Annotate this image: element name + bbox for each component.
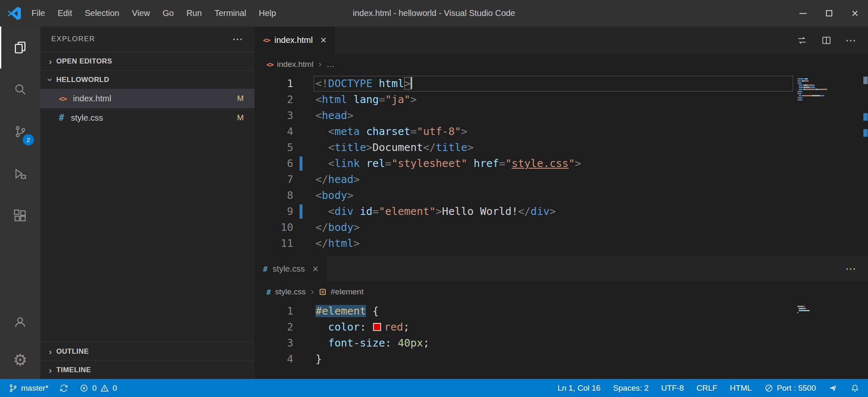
menu-terminal[interactable]: Terminal bbox=[208, 0, 253, 26]
folder-section[interactable]: HELLOWORLD bbox=[40, 70, 255, 89]
code-lines[interactable]: 1#element {2 color: red;3 font-size: 40p… bbox=[255, 302, 868, 367]
tab-label: style.css bbox=[273, 264, 305, 274]
chevron-right-icon: › bbox=[318, 59, 321, 70]
code-editor-html[interactable]: 1<!DOCTYPE html>2<html lang="ja">3<head>… bbox=[255, 75, 868, 256]
explorer-sidebar: EXPLORER ⋯ OPEN EDITORS HELLOWORLD <> in… bbox=[40, 26, 255, 379]
code-line[interactable]: 4 <meta charset="utf-8"> bbox=[255, 124, 868, 140]
file-name: style.css bbox=[71, 113, 103, 123]
minimap[interactable] bbox=[797, 306, 860, 314]
code-line[interactable]: 2<html lang="ja"> bbox=[255, 92, 868, 108]
minimize-button[interactable] bbox=[790, 0, 816, 26]
code-line[interactable]: 5 <title>Document</title> bbox=[255, 140, 868, 156]
maximize-icon bbox=[826, 10, 832, 16]
maximize-button[interactable] bbox=[816, 0, 842, 26]
tab-style-css[interactable]: # style.css × bbox=[255, 256, 327, 281]
branch-indicator[interactable]: master* bbox=[8, 384, 48, 393]
code-line[interactable]: 3 font-size: 40px; bbox=[255, 335, 868, 351]
feedback-button[interactable] bbox=[829, 384, 838, 393]
open-changes-icon[interactable] bbox=[797, 35, 808, 46]
file-item-index-html[interactable]: <> index.html M bbox=[40, 89, 255, 108]
explorer-more-actions-icon[interactable]: ⋯ bbox=[232, 33, 244, 46]
menu-edit[interactable]: Edit bbox=[51, 0, 78, 26]
gear-icon: ⚙ bbox=[13, 352, 27, 368]
code-line[interactable]: 3<head> bbox=[255, 108, 868, 124]
sync-button[interactable] bbox=[59, 384, 68, 393]
outline-section[interactable]: OUTLINE bbox=[40, 342, 255, 360]
language-mode[interactable]: HTML bbox=[730, 384, 752, 393]
activity-run-debug[interactable] bbox=[0, 153, 40, 195]
menu-go[interactable]: Go bbox=[156, 0, 180, 26]
activity-explorer[interactable] bbox=[0, 26, 40, 69]
cursor-position[interactable]: Ln 1, Col 16 bbox=[558, 384, 600, 393]
html-file-icon: <> bbox=[59, 94, 66, 103]
editor-group-css: # style.css × ⋯ # style.css › bbox=[255, 256, 868, 379]
bell-icon bbox=[850, 384, 860, 393]
code-line[interactable]: 1<!DOCTYPE html> bbox=[255, 76, 868, 92]
tab-close-icon[interactable]: × bbox=[320, 35, 326, 45]
code-line[interactable]: 11</html> bbox=[255, 236, 868, 251]
scm-badge: 2 bbox=[23, 134, 34, 146]
code-line[interactable]: 4} bbox=[255, 351, 868, 367]
search-icon bbox=[13, 83, 27, 96]
activity-accounts[interactable] bbox=[0, 303, 40, 341]
code-lines[interactable]: 1<!DOCTYPE html>2<html lang="ja">3<head>… bbox=[255, 75, 868, 251]
menu-view[interactable]: View bbox=[126, 0, 156, 26]
more-actions-icon[interactable]: ⋯ bbox=[845, 35, 856, 46]
breadcrumb: <> index.html › … bbox=[255, 54, 868, 75]
code-editor-css[interactable]: 1#element {2 color: red;3 font-size: 40p… bbox=[255, 302, 868, 379]
css-file-icon: # bbox=[266, 288, 271, 296]
menu-file[interactable]: File bbox=[25, 0, 51, 26]
code-line[interactable]: 10</body> bbox=[255, 220, 868, 236]
breadcrumb-file[interactable]: index.html bbox=[277, 60, 313, 69]
open-editors-section[interactable]: OPEN EDITORS bbox=[40, 52, 255, 70]
editor-area: <> index.html × ⋯ <> bbox=[255, 26, 868, 379]
eol-indicator[interactable]: CRLF bbox=[697, 384, 718, 393]
editor-actions: ⋯ bbox=[797, 26, 868, 54]
code-line[interactable]: 9 <div id="element">Hello World!</div> bbox=[255, 204, 868, 220]
files-icon bbox=[13, 41, 27, 54]
activity-source-control[interactable]: 2 bbox=[0, 111, 40, 153]
color-swatch bbox=[373, 323, 381, 331]
activity-settings[interactable]: ⚙ bbox=[0, 341, 40, 379]
outline-label: OUTLINE bbox=[56, 347, 89, 356]
breadcrumb-tail[interactable]: … bbox=[326, 60, 334, 69]
run-debug-icon bbox=[13, 167, 27, 180]
close-button[interactable]: × bbox=[842, 0, 868, 26]
indentation-indicator[interactable]: Spaces: 2 bbox=[613, 384, 649, 393]
code-line[interactable]: 2 color: red; bbox=[255, 319, 868, 335]
activity-search[interactable] bbox=[0, 69, 40, 111]
close-icon: × bbox=[852, 7, 858, 20]
tab-index-html[interactable]: <> index.html × bbox=[255, 26, 335, 54]
minimap[interactable] bbox=[797, 78, 860, 101]
code-line[interactable]: 7</head> bbox=[255, 172, 868, 188]
status-right: Ln 1, Col 16 Spaces: 2 UTF-8 CRLF HTML P… bbox=[558, 384, 860, 393]
code-line[interactable]: 6 <link rel="stylesheet" href="style.css… bbox=[255, 156, 868, 172]
sidebar-header: EXPLORER ⋯ bbox=[40, 26, 255, 52]
circle-slash-icon bbox=[764, 384, 773, 393]
port-label: Port : 5500 bbox=[777, 384, 816, 393]
breadcrumb-file[interactable]: style.css bbox=[275, 287, 306, 296]
code-line[interactable]: 8<body> bbox=[255, 188, 868, 204]
menu-bar: File Edit Selection View Go Run Terminal… bbox=[25, 0, 282, 26]
warning-count: 0 bbox=[113, 384, 117, 393]
problems-indicator[interactable]: 0 0 bbox=[79, 384, 117, 393]
window-title: index.html - helloworld - Visual Studio … bbox=[353, 8, 516, 18]
more-actions-icon[interactable]: ⋯ bbox=[845, 263, 856, 274]
file-item-style-css[interactable]: # style.css M bbox=[40, 108, 255, 127]
activity-extensions[interactable] bbox=[0, 195, 40, 237]
breadcrumb-symbol[interactable]: #element bbox=[331, 287, 363, 296]
overview-ruler bbox=[863, 302, 868, 379]
breadcrumb: # style.css › #element bbox=[255, 281, 868, 302]
chevron-right-icon: › bbox=[311, 286, 314, 297]
split-editor-icon[interactable] bbox=[821, 35, 832, 46]
timeline-section[interactable]: TIMELINE bbox=[40, 360, 255, 379]
code-line[interactable]: 1#element { bbox=[255, 303, 868, 319]
menu-selection[interactable]: Selection bbox=[79, 0, 126, 26]
encoding-indicator[interactable]: UTF-8 bbox=[661, 384, 684, 393]
notifications-button[interactable] bbox=[850, 384, 860, 393]
vscode-logo-icon bbox=[7, 6, 22, 21]
menu-run[interactable]: Run bbox=[180, 0, 208, 26]
live-server-port[interactable]: Port : 5500 bbox=[764, 384, 816, 393]
menu-help[interactable]: Help bbox=[253, 0, 282, 26]
tab-close-icon[interactable]: × bbox=[313, 264, 319, 274]
